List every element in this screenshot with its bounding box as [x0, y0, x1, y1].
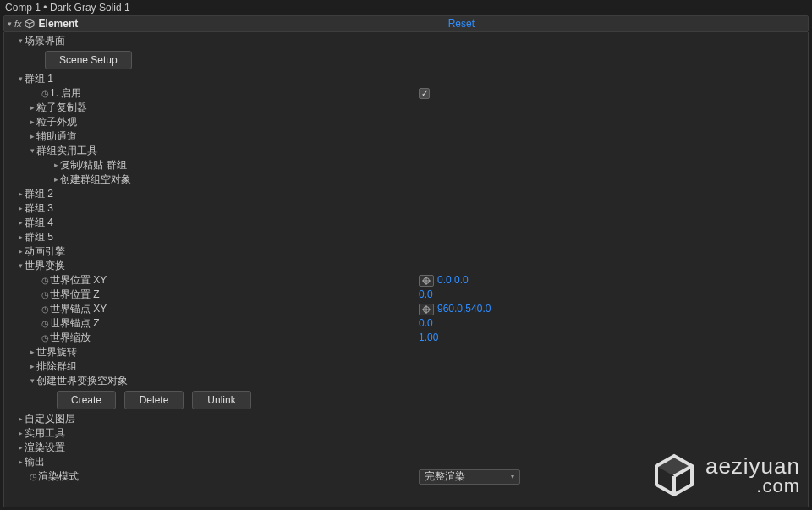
particle-look-row[interactable]: ▸ 粒子外观 [4, 115, 808, 129]
group4-label: 群组 4 [25, 216, 53, 230]
stopwatch-icon[interactable]: ◷ [28, 469, 38, 484]
group1-row[interactable]: ▾ 群组 1 [4, 72, 808, 86]
stopwatch-icon[interactable]: ◷ [40, 302, 50, 316]
exclude-group-label: 排除群组 [36, 359, 77, 374]
twisty-right-icon[interactable]: ▸ [16, 426, 25, 441]
twisty-right-icon[interactable]: ▸ [28, 345, 36, 359]
create-button[interactable]: Create [57, 391, 116, 409]
create-group-null-label: 创建群组空对象 [60, 173, 131, 187]
twisty-down-icon[interactable]: ▾ [28, 144, 36, 158]
create-world-null-label: 创建世界变换空对象 [36, 374, 128, 388]
effect-header: ▾ fx Element Reset [3, 15, 809, 32]
title-text: Comp 1 • Dark Gray Solid 1 [5, 2, 130, 14]
twisty-down-icon[interactable]: ▾ [28, 374, 36, 388]
effect-controls-panel: ▾ 场景界面 Scene Setup ▾ 群组 1 ◷ 1. 启用 ✓ ▸ 粒子… [3, 32, 809, 507]
unlink-button[interactable]: Unlink [192, 391, 251, 409]
twisty-down-icon[interactable]: ▾ [16, 259, 25, 273]
render-mode-row: ◷渲染模式 完整渲染 ▾ [4, 469, 808, 484]
custom-layer-label: 自定义图层 [25, 412, 75, 426]
group2-label: 群组 2 [25, 187, 53, 201]
particle-replicator-label: 粒子复制器 [36, 101, 87, 115]
render-mode-dropdown[interactable]: 完整渲染 ▾ [419, 469, 520, 485]
twisty-right-icon[interactable]: ▸ [52, 158, 60, 173]
twisty-right-icon[interactable]: ▸ [16, 201, 25, 216]
world-scale-row: ◷世界缩放 1.00 [4, 331, 808, 345]
group5-row[interactable]: ▸群组 5 [4, 230, 808, 244]
anim-engine-label: 动画引擎 [25, 244, 65, 259]
plugin-cube-icon [25, 19, 35, 29]
twisty-right-icon[interactable]: ▸ [28, 101, 36, 115]
world-anchor-z-value[interactable]: 0.0 [419, 316, 433, 331]
world-pos-z-value[interactable]: 0.0 [419, 288, 433, 302]
render-mode-label: 渲染模式 [38, 469, 79, 484]
twisty-right-icon[interactable]: ▸ [16, 244, 25, 259]
stopwatch-icon[interactable]: ◷ [40, 288, 50, 302]
group-utils-label: 群组实用工具 [36, 144, 97, 158]
world-pos-z-label: 世界位置 Z [50, 288, 100, 302]
anim-engine-row[interactable]: ▸动画引擎 [4, 244, 808, 259]
group4-row[interactable]: ▸群组 4 [4, 216, 808, 230]
twisty-right-icon[interactable]: ▸ [16, 441, 25, 455]
twisty-right-icon[interactable]: ▸ [28, 129, 36, 144]
plugin-name: Element [39, 18, 79, 30]
world-anchor-z-row: ◷世界锚点 Z 0.0 [4, 316, 808, 331]
twisty-right-icon[interactable]: ▸ [16, 412, 25, 426]
twisty-right-icon[interactable]: ▸ [16, 216, 25, 230]
world-pos-xy-row: ◷世界位置 XY 0.0,0.0 [4, 273, 808, 288]
twisty-right-icon[interactable]: ▸ [28, 359, 36, 374]
group1-enable-checkbox[interactable]: ✓ [419, 88, 430, 99]
group2-row[interactable]: ▸群组 2 [4, 187, 808, 201]
target-icon[interactable] [419, 304, 434, 315]
output-row[interactable]: ▸输出 [4, 455, 808, 469]
group3-label: 群组 3 [25, 201, 53, 216]
delete-button[interactable]: Delete [124, 391, 184, 409]
reset-link[interactable]: Reset [448, 18, 804, 30]
scene-interface-label: 场景界面 [25, 34, 65, 48]
render-mode-value: 完整渲染 [425, 469, 465, 484]
particle-replicator-row[interactable]: ▸ 粒子复制器 [4, 101, 808, 115]
fx-badge: fx [14, 19, 22, 29]
twisty-right-icon[interactable]: ▸ [52, 173, 60, 187]
exclude-group-row[interactable]: ▸排除群组 [4, 359, 808, 374]
stopwatch-icon[interactable]: ◷ [40, 316, 50, 331]
create-group-null-row[interactable]: ▸ 创建群组空对象 [4, 173, 808, 187]
collapse-icon[interactable]: ▾ [8, 19, 12, 28]
chevron-down-icon: ▾ [511, 469, 514, 484]
stopwatch-icon[interactable]: ◷ [40, 273, 50, 288]
world-pos-z-row: ◷世界位置 Z 0.0 [4, 288, 808, 302]
stopwatch-icon[interactable]: ◷ [40, 331, 50, 345]
world-rotation-label: 世界旋转 [36, 345, 77, 359]
world-anchor-xy-row: ◷世界锚点 XY 960.0,540.0 [4, 302, 808, 316]
twisty-right-icon[interactable]: ▸ [16, 187, 25, 201]
world-transform-row[interactable]: ▾世界变换 [4, 259, 808, 273]
twisty-down-icon[interactable]: ▾ [16, 34, 25, 48]
twisty-down-icon[interactable]: ▾ [16, 72, 25, 86]
world-pos-xy-value[interactable]: 0.0,0.0 [437, 273, 469, 288]
target-icon[interactable] [419, 275, 434, 287]
particle-look-label: 粒子外观 [36, 115, 77, 129]
stopwatch-icon[interactable]: ◷ [40, 86, 50, 101]
group3-row[interactable]: ▸群组 3 [4, 201, 808, 216]
scene-interface-row[interactable]: ▾ 场景界面 [4, 34, 808, 48]
group-utils-row[interactable]: ▾ 群组实用工具 [4, 144, 808, 158]
group1-enable-row: ◷ 1. 启用 ✓ [4, 86, 808, 101]
custom-layer-row[interactable]: ▸自定义图层 [4, 412, 808, 426]
group1-enable-label: 1. 启用 [50, 86, 81, 101]
world-rotation-row[interactable]: ▸世界旋转 [4, 345, 808, 359]
create-world-null-row[interactable]: ▾创建世界变换空对象 [4, 374, 808, 388]
world-anchor-z-label: 世界锚点 Z [50, 316, 100, 331]
group1-label: 群组 1 [25, 72, 53, 86]
world-transform-label: 世界变换 [25, 259, 65, 273]
copy-paste-row[interactable]: ▸ 复制/粘贴 群组 [4, 158, 808, 173]
utils-row[interactable]: ▸实用工具 [4, 426, 808, 441]
world-anchor-xy-label: 世界锚点 XY [50, 302, 107, 316]
render-settings-row[interactable]: ▸渲染设置 [4, 441, 808, 455]
world-pos-xy-label: 世界位置 XY [50, 273, 107, 288]
scene-setup-button[interactable]: Scene Setup [45, 51, 132, 69]
twisty-right-icon[interactable]: ▸ [28, 115, 36, 129]
aux-channel-row[interactable]: ▸ 辅助通道 [4, 129, 808, 144]
world-anchor-xy-value[interactable]: 960.0,540.0 [437, 302, 491, 316]
world-scale-value[interactable]: 1.00 [419, 331, 438, 345]
twisty-right-icon[interactable]: ▸ [16, 230, 25, 244]
twisty-right-icon[interactable]: ▸ [16, 455, 25, 469]
